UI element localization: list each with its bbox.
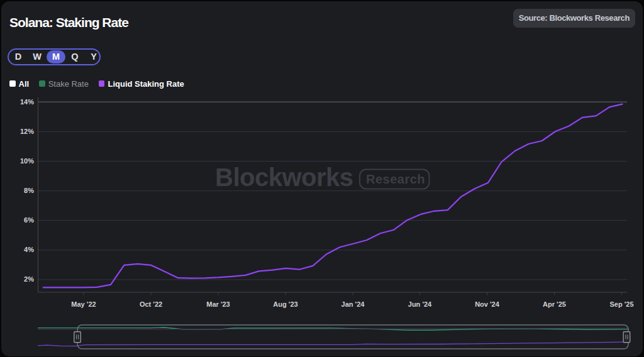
svg-text:12%: 12% (20, 128, 34, 135)
svg-text:14%: 14% (20, 98, 34, 106)
svg-text:Research: Research (366, 172, 425, 186)
svg-text:Mar '23: Mar '23 (206, 300, 230, 308)
svg-text:Oct '22: Oct '22 (140, 300, 162, 308)
svg-text:2%: 2% (24, 275, 34, 283)
svg-text:6%: 6% (24, 216, 34, 224)
svg-text:Apr '25: Apr '25 (543, 300, 566, 308)
svg-text:Nov '24: Nov '24 (475, 300, 500, 308)
svg-text:4%: 4% (24, 246, 34, 253)
svg-text:8%: 8% (24, 187, 34, 194)
svg-text:Jan '24: Jan '24 (341, 300, 365, 308)
svg-text:Sep '25: Sep '25 (609, 300, 633, 308)
svg-text:May '22: May '22 (71, 300, 96, 308)
svg-text:10%: 10% (20, 157, 34, 165)
svg-text:Aug '23: Aug '23 (273, 300, 297, 308)
svg-text:Blockworks: Blockworks (215, 163, 353, 191)
svg-text:Jun '24: Jun '24 (408, 300, 432, 308)
